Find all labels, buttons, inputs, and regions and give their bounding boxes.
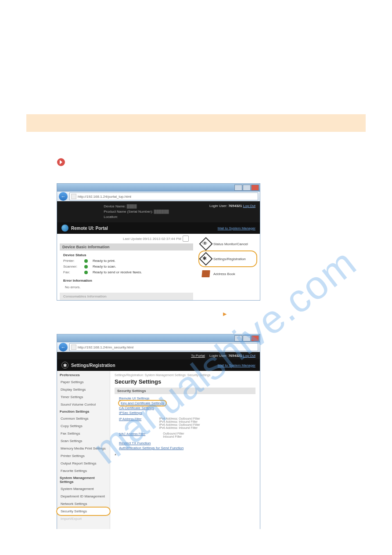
nav-item[interactable]: Favorite Settings: [57, 467, 110, 475]
nav-header-function: Function Settings: [57, 408, 110, 415]
mail-manager-link[interactable]: Mail to System Manager: [218, 363, 255, 367]
settings-nav: Preferences Paper Settings Display Setti…: [57, 371, 110, 529]
url-field[interactable]: http://192.168.1.24/portal_top.html: [69, 192, 258, 200]
status-row: Fax:Ready to send or receive faxes.: [63, 269, 190, 275]
header-bar: Device Name: ████ Product Name (Serial N…: [57, 201, 260, 222]
asterisk-icon: ✱: [202, 255, 210, 261]
nav-item[interactable]: Timer Settings: [57, 393, 110, 401]
device-name-label: Device Name:: [104, 204, 126, 208]
link-remote-ui[interactable]: Remote UI Settings: [119, 396, 255, 401]
eye-icon: 👁: [202, 240, 210, 247]
logo-area: [61, 204, 63, 211]
play-icon: [57, 158, 65, 166]
link-ipsec[interactable]: IPSec Settings: [119, 410, 255, 415]
maximize-button[interactable]: [243, 185, 251, 191]
login-user-value: 7654321: [228, 354, 242, 358]
window-titlebar: [57, 184, 260, 192]
filter-item: Inbound Filter: [163, 435, 184, 438]
settings-title: Settings/Registration: [71, 363, 115, 368]
nav-item[interactable]: Import/Export: [57, 515, 110, 522]
status-row: Printer:Ready to print.: [63, 258, 190, 264]
close-button[interactable]: [251, 335, 259, 341]
url-text: http://192.168.1.24/rm_security.html: [78, 345, 133, 349]
nav-item[interactable]: Network Settings: [57, 500, 110, 508]
nav-header-preferences: Preferences: [57, 372, 110, 378]
login-user-value: 7654321: [228, 204, 242, 208]
header-bar: To Portal Login User: 7654321 Log Out: [57, 352, 260, 359]
location-label: Location:: [104, 215, 118, 219]
nav-item[interactable]: Fax Settings: [57, 430, 110, 437]
link-mac-filter[interactable]: MAC Address Filter: [119, 432, 145, 436]
back-button[interactable]: ←: [59, 192, 68, 201]
logout-link[interactable]: Log Out: [243, 354, 255, 358]
minimize-button[interactable]: [234, 335, 242, 341]
url-text: http://192.168.1.24/portal_top.html: [78, 195, 131, 199]
device-status-label: Device Status: [63, 252, 190, 258]
logout-link[interactable]: Log Out: [243, 204, 255, 208]
nav-item[interactable]: Scan Settings: [57, 437, 110, 445]
product-name-label: Product Name (Serial Number):: [104, 210, 153, 214]
section-header: Security Settings: [115, 388, 255, 394]
filter-item: Outbound Filter: [163, 432, 184, 435]
consumables-header: Consumables Information: [60, 293, 193, 300]
url-field[interactable]: http://192.168.1.24/rm_security.html: [69, 343, 258, 351]
minimize-button[interactable]: [234, 185, 242, 191]
last-update: Last Update 09/11 2013 02:37:44 PM: [123, 237, 181, 241]
link-key-cert-settings[interactable]: Key and Certificate Settings: [119, 401, 166, 406]
address-bar: ← http://192.168.1.24/portal_top.html: [57, 192, 260, 201]
status-dot-icon: [84, 259, 88, 263]
nav-item[interactable]: Sound Volume Control: [57, 401, 110, 408]
window-titlebar: [57, 334, 260, 342]
link-auth-send[interactable]: Authentication Settings for Send Functio…: [119, 446, 255, 450]
link-restrict-tx[interactable]: Restrict TX Function: [119, 441, 255, 446]
to-portal-link[interactable]: To Portal: [191, 354, 205, 358]
page-icon: [71, 194, 76, 199]
address-book-button[interactable]: Address Book: [199, 266, 256, 281]
error-info-header: Error Information: [60, 277, 193, 284]
link-ip-filter[interactable]: IP Address Filter: [119, 417, 141, 421]
breadcrumb: Settings/Registration: System Management…: [115, 374, 255, 377]
settings-registration-button[interactable]: ✱ Settings/Registration: [199, 251, 256, 266]
refresh-icon[interactable]: [183, 236, 189, 242]
page-title: Security Settings: [115, 378, 255, 385]
link-ca-cert[interactable]: CA Certificate Settings: [119, 406, 255, 410]
book-icon: [201, 270, 210, 277]
screenshot-portal: ← http://192.168.1.24/portal_top.html De…: [57, 184, 260, 300]
page-icon: [71, 345, 76, 350]
arrow-down-icon: ▶: [223, 311, 227, 316]
mail-manager-link[interactable]: Mail to System Manager: [218, 226, 255, 230]
collapse-icon[interactable]: ▴: [115, 452, 255, 456]
error-info-body: No errors.: [60, 284, 193, 290]
login-user-label: Login User:: [209, 354, 227, 358]
status-dot-icon: [84, 271, 88, 274]
portal-title: Remote UI: Portal: [71, 226, 108, 231]
nav-item[interactable]: Display Settings: [57, 386, 110, 393]
nav-item[interactable]: Department ID Management: [57, 493, 110, 500]
login-user-label: Login User:: [209, 204, 227, 208]
nav-item[interactable]: Common Settings: [57, 415, 110, 422]
maximize-button[interactable]: [243, 335, 251, 341]
portal-subbar: Remote UI: Portal Mail to System Manager: [57, 222, 260, 234]
globe-icon: [61, 225, 68, 232]
screenshot-security: ← http://192.168.1.24/rm_security.html T…: [57, 334, 260, 529]
filter-item: IPv4 Address: Outbound Filter: [159, 417, 200, 420]
settings-subbar: ✱Settings/Registration Mail to System Ma…: [57, 359, 260, 371]
status-dot-icon: [84, 265, 88, 268]
back-button[interactable]: ←: [59, 343, 68, 352]
status-row: Scanner:Ready to scan.: [63, 264, 190, 269]
nav-item[interactable]: Paper Settings: [57, 378, 110, 386]
filter-item: IPv4 Address: Inbound Filter: [159, 420, 200, 423]
nav-item[interactable]: Memory Media Print Settings: [57, 445, 110, 452]
nav-item[interactable]: System Management: [57, 485, 110, 493]
address-bar: ← http://192.168.1.24/rm_security.html: [57, 342, 260, 352]
basic-info-header: Device Basic Information: [60, 243, 193, 250]
status-monitor-button[interactable]: 👁 Status Monitor/Cancel: [199, 236, 256, 251]
close-button[interactable]: [251, 185, 259, 191]
nav-item[interactable]: Printer Settings: [57, 452, 110, 460]
nav-item[interactable]: Copy Settings: [57, 422, 110, 430]
nav-item-security-settings[interactable]: Security Settings: [57, 508, 110, 515]
asterisk-icon: ✱: [61, 362, 68, 369]
nav-item[interactable]: Output Report Settings: [57, 460, 110, 467]
filter-item: IPv6 Address: Outbound Filter: [159, 423, 200, 426]
nav-header-system: System Management Settings: [57, 475, 110, 485]
